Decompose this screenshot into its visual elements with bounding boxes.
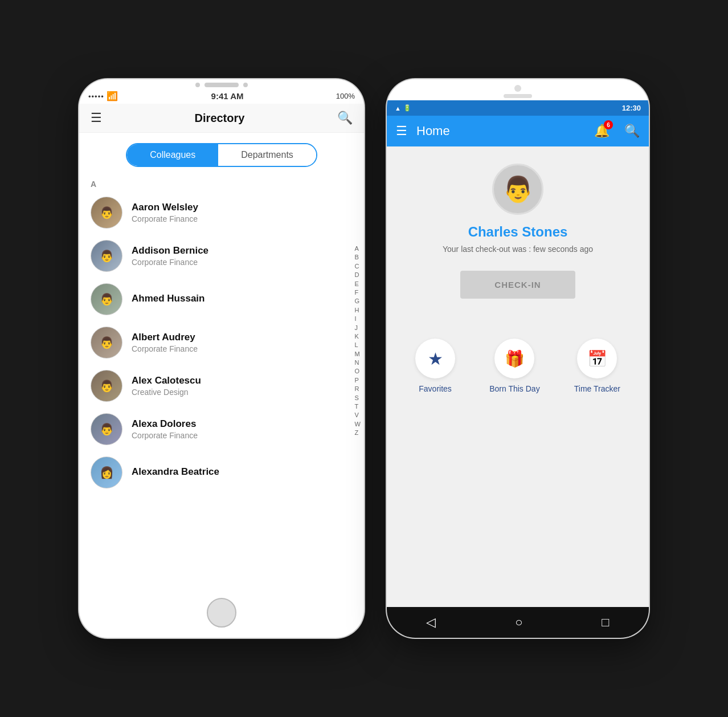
- contact-row[interactable]: 👨 Albert Audrey Corporate Finance: [79, 321, 364, 364]
- checkin-button[interactable]: CHECK-IN: [460, 271, 575, 299]
- avatar-icon: 👨: [100, 422, 114, 436]
- shortcut-time-tracker[interactable]: 📅 Time Tracker: [574, 339, 620, 393]
- avatar-icon: 👨: [100, 206, 114, 219]
- ios-content: Colleagues Departments A 👨 Aaron Welsley…: [79, 133, 364, 600]
- tab-departments[interactable]: Departments: [218, 144, 316, 166]
- android-top-deco: [387, 79, 649, 100]
- android-main-content: 👨 Charles Stones Your last check-out was…: [387, 146, 649, 607]
- android-status-bar: ▲ 🔋 12:30: [387, 100, 649, 116]
- camera-dot: [514, 85, 521, 92]
- contact-row[interactable]: 👨 Addison Bernice Corporate Finance: [79, 234, 364, 278]
- time-tracker-label: Time Tracker: [574, 384, 620, 393]
- android-nav-bar: ◁ ○ □: [387, 607, 649, 638]
- recent-apps-button[interactable]: □: [602, 615, 609, 630]
- avatar-icon: 👨: [100, 249, 114, 263]
- contact-row[interactable]: 👨 Alex Calotescu Creative Design: [79, 364, 364, 408]
- contact-row[interactable]: 👩 Alexandra Beatrice: [79, 451, 364, 494]
- profile-avatar: 👨: [492, 164, 543, 215]
- born-this-day-icon-circle: 🎁: [494, 339, 534, 378]
- menu-icon[interactable]: ☰: [91, 111, 102, 125]
- contact-name: Addison Bernice: [132, 245, 208, 256]
- contact-dept: Corporate Finance: [132, 214, 198, 223]
- notch-bar: [205, 83, 239, 87]
- android-menu-icon[interactable]: ☰: [396, 124, 407, 138]
- tab-toggle: Colleagues Departments: [126, 143, 317, 167]
- avatar: 👨: [91, 197, 122, 229]
- tab-colleagues[interactable]: Colleagues: [127, 144, 218, 166]
- alpha-index[interactable]: A B C D E F G H I J K L M N O P R S T V …: [355, 245, 361, 438]
- shortcut-born-this-day[interactable]: 🎁 Born This Day: [489, 339, 539, 393]
- avatar: 👨: [91, 283, 122, 315]
- born-this-day-label: Born This Day: [489, 384, 539, 393]
- contact-row[interactable]: 👨 Alexa Dolores Corporate Finance: [79, 408, 364, 451]
- contact-info: Ahmed Hussain: [132, 293, 205, 305]
- android-time: 12:30: [622, 104, 641, 112]
- contact-info: Alex Calotescu Creative Design: [132, 375, 201, 397]
- favorites-icon-circle: ★: [415, 339, 455, 378]
- home-button[interactable]: ○: [515, 615, 522, 630]
- contact-row[interactable]: 👨 Ahmed Hussain: [79, 278, 364, 321]
- section-a: A: [79, 177, 364, 191]
- notch-dot: [195, 83, 200, 87]
- ios-notch: [79, 79, 364, 88]
- calendar-clock-icon: 📅: [587, 349, 607, 368]
- contact-dept: Creative Design: [132, 388, 201, 397]
- contact-info: Aaron Welsley Corporate Finance: [132, 202, 198, 223]
- profile-avatar-icon: 👨: [502, 174, 534, 204]
- avatar: 👨: [91, 413, 122, 445]
- contact-name: Alexa Dolores: [132, 418, 198, 430]
- contact-row[interactable]: 👨 Aaron Welsley Corporate Finance: [79, 191, 364, 234]
- avatar: 👨: [91, 327, 122, 358]
- contact-info: Addison Bernice Corporate Finance: [132, 245, 208, 267]
- user-name: Charles Stones: [468, 224, 568, 240]
- avatar-icon: 👨: [100, 379, 114, 393]
- notification-bell-wrapper: 🔔 6: [594, 124, 610, 138]
- back-button[interactable]: ◁: [426, 615, 436, 630]
- notification-badge: 6: [604, 120, 613, 129]
- ios-time: 9:41 AM: [211, 91, 244, 101]
- battery-icon: 🔋: [403, 104, 411, 112]
- ios-nav-bar: ☰ Directory 🔍: [79, 104, 364, 133]
- avatar-icon: 👨: [100, 336, 114, 349]
- gift-icon: 🎁: [505, 349, 525, 368]
- contact-name: Alex Calotescu: [132, 375, 201, 386]
- android-app-title: Home: [416, 124, 585, 138]
- avatar: 👨: [91, 240, 122, 272]
- avatar-icon: 👩: [100, 466, 114, 479]
- contact-name: Albert Audrey: [132, 332, 198, 343]
- ios-status-bar: ••••• 📶 9:41 AM 100%: [79, 88, 364, 104]
- time-tracker-icon-circle: 📅: [577, 339, 617, 378]
- ios-phone: ••••• 📶 9:41 AM 100% ☰ Directory 🔍 Colle…: [79, 79, 364, 638]
- search-icon[interactable]: 🔍: [337, 111, 353, 125]
- star-icon: ★: [428, 349, 443, 369]
- ios-signal: ••••• 📶: [88, 91, 118, 101]
- avatar: 👩: [91, 457, 122, 488]
- speaker-pill: [504, 94, 532, 98]
- signal-icon: ▲: [395, 105, 401, 112]
- notch-dot-2: [243, 83, 248, 87]
- contact-info: Alexa Dolores Corporate Finance: [132, 418, 198, 440]
- contact-dept: Corporate Finance: [132, 431, 198, 440]
- android-app-bar: ☰ Home 🔔 6 🔍: [387, 116, 649, 146]
- android-search-icon[interactable]: 🔍: [624, 124, 640, 138]
- contact-info: Alexandra Beatrice: [132, 466, 219, 479]
- android-phone: ▲ 🔋 12:30 ☰ Home 🔔 6 🔍 👨 Charles Stones …: [387, 79, 649, 638]
- contact-name: Ahmed Hussain: [132, 293, 205, 304]
- contact-name: Alexandra Beatrice: [132, 466, 219, 478]
- contact-info: Albert Audrey Corporate Finance: [132, 332, 198, 353]
- toggle-bar: Colleagues Departments: [79, 133, 364, 177]
- contact-dept: Corporate Finance: [132, 258, 208, 267]
- status-left: ▲ 🔋: [395, 104, 411, 112]
- ios-battery: 100%: [336, 92, 355, 100]
- ios-home-button[interactable]: [207, 598, 236, 628]
- avatar: 👨: [91, 370, 122, 402]
- directory-title: Directory: [195, 112, 245, 125]
- last-checkout-text: Your last check-out was : few seconds ag…: [443, 245, 593, 254]
- contact-dept: Corporate Finance: [132, 344, 198, 353]
- favorites-label: Favorites: [419, 384, 452, 393]
- shortcut-favorites[interactable]: ★ Favorites: [415, 339, 455, 393]
- avatar-icon: 👨: [100, 292, 114, 306]
- shortcuts-row: ★ Favorites 🎁 Born This Day 📅 Time Track…: [398, 339, 637, 393]
- contact-name: Aaron Welsley: [132, 202, 198, 213]
